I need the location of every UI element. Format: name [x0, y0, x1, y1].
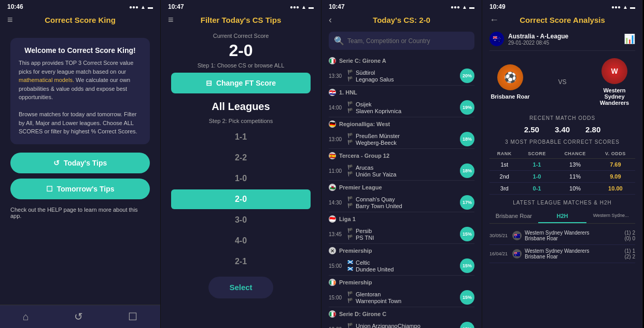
refresh-nav-icon[interactable]: ↺ — [74, 310, 83, 323]
today-tips-label: Today's Tips — [64, 159, 107, 167]
col-score: SCORE — [520, 149, 555, 159]
league-header-7: 🇮🇪 Premiership — [329, 276, 474, 288]
h2h-team-0b: Brisbane Roar — [525, 236, 558, 241]
brisbane-logo: ⚽ — [497, 64, 523, 90]
stats-chart-icon[interactable]: 📊 — [624, 33, 635, 45]
team-name-6a: Celtic — [356, 259, 370, 266]
league-name-1: 1. HNL — [339, 89, 357, 95]
match-time-0: 13:30 — [329, 73, 347, 79]
team-name-5a: Persib — [356, 228, 372, 234]
tab-western[interactable]: Western Sydne... — [586, 210, 635, 223]
score-item-0[interactable]: 1-1 — [171, 127, 311, 147]
vodds-2: 9.09 — [596, 171, 635, 183]
league-flag-6: ✕ — [329, 247, 336, 254]
screen-1: 10:46 ●●● ▲ ▬ ≡ Correct Score King Welco… — [0, 0, 161, 328]
hamburger-icon-2[interactable]: ≡ — [168, 15, 174, 25]
match-time-8: 13:30 — [329, 326, 347, 329]
status-icons-2: ●●● ▲ ▬ — [290, 4, 314, 10]
team1-name: Brisbane Roar — [491, 93, 529, 100]
wifi-icon-3: ▲ — [462, 4, 467, 10]
western-logo-icon: W — [611, 67, 618, 75]
league-name-4: Premier League — [339, 184, 382, 190]
match-pct-0: 20% — [460, 69, 474, 83]
select-button[interactable]: Select — [208, 277, 273, 298]
back-icon-3[interactable]: ‹ — [329, 15, 332, 25]
match-row-8[interactable]: 13:30 🏴Union ArzignanoChiampo 🏴Ambrosian… — [329, 320, 474, 328]
vodds-1: 7.69 — [596, 159, 635, 171]
col-rank: RANK — [489, 149, 520, 159]
score-item-4[interactable]: 3-0 — [171, 210, 311, 230]
match-row-6[interactable]: 15:00 🏴󠁧󠁢󠁳󠁣󠁴󠁿Celtic 🏴󠁧󠁢󠁳󠁣󠁴󠁿Dundee United… — [329, 256, 474, 276]
home-nav-icon[interactable]: ⌂ — [23, 311, 29, 323]
match-teams-8: 🏴Union ArzignanoChiampo 🏴Ambrosiana — [347, 323, 460, 329]
screen4-content: 🇦🇺 Australia - A-League 29-01-2022 08:45… — [482, 28, 642, 328]
h2h-date-0: 30/05/21 — [489, 233, 509, 238]
signal-icon-2: ●●● — [290, 4, 299, 10]
match-pct-4: 17% — [460, 195, 474, 210]
h2h-score-1b: (2) 2 — [624, 254, 635, 259]
welcome-text-part3: Browse matches for today and tomorrow. F… — [19, 111, 137, 134]
search-input[interactable] — [347, 37, 469, 45]
wifi-icon: ▲ — [141, 4, 146, 10]
team-name-4b: Barry Town United — [356, 203, 402, 209]
calendar-nav-icon[interactable]: ☐ — [128, 310, 137, 323]
current-score-label: Current Correct Score — [213, 33, 269, 39]
tab-brisbane[interactable]: Brisbane Roar — [489, 210, 538, 223]
score-item-1[interactable]: 2-2 — [171, 148, 311, 168]
australia-flag: 🇦🇺 — [489, 32, 504, 46]
team-flag-0b: 🏴 — [347, 76, 354, 83]
match-time-2: 13:00 — [329, 136, 347, 142]
h2h-tabs: Brisbane Roar H2H Western Sydne... — [489, 210, 635, 224]
h2h-score-0b: (0) 0 — [624, 236, 635, 241]
step2-label: Step 2: Pick competitions — [209, 118, 273, 124]
match-time-5: 13:45 — [329, 231, 347, 237]
welcome-box: Welcome to Correct Score King! This app … — [10, 38, 150, 144]
signal-icon-4: ●●● — [611, 4, 621, 10]
score-item-2[interactable]: 1-0 — [171, 169, 311, 188]
search-bar[interactable]: 🔍 — [329, 32, 474, 50]
status-bar-2: 10:47 ●●● ▲ ▬ — [161, 0, 321, 12]
change-score-button[interactable]: ⊟ Change FT Score — [171, 73, 311, 93]
current-score-value: 2-0 — [229, 41, 253, 60]
status-time-1: 10:46 — [7, 3, 23, 10]
match-row-4[interactable]: 14:30 🏴Connah's Quay 🏴Barry Town United … — [329, 193, 474, 212]
brisbane-logo-icon: ⚽ — [504, 71, 517, 84]
score-item-6[interactable]: 2-1 — [171, 252, 311, 271]
league-header-1: 🇭🇷 1. HNL — [329, 86, 474, 98]
team-name-5b: PS TNI — [356, 235, 374, 241]
hamburger-icon[interactable]: ≡ — [7, 15, 13, 25]
team-name-1a: Osijek — [356, 101, 372, 107]
match-row-5[interactable]: 13:45 🏴Persib 🏴PS TNI 15% — [329, 225, 474, 244]
today-tips-button[interactable]: ↺ Today's Tips — [10, 153, 150, 173]
match-time-3: 11:00 — [329, 168, 347, 174]
team-name-3b: Unión Sur Yaiza — [356, 171, 396, 177]
score-2: 1-0 — [520, 171, 555, 183]
score-item-3[interactable]: 2-0 — [171, 189, 311, 209]
league-flag-5: 🇮🇩 — [329, 215, 336, 223]
match-row-7[interactable]: 15:00 🏴Glentoran 🏴Warrenpoint Town 15% — [329, 288, 474, 307]
tab-h2h[interactable]: H2H — [538, 210, 587, 223]
h2h-team-1b: Brisbane Roar — [525, 254, 558, 259]
team-flag-2b: 🏴 — [347, 140, 354, 146]
wifi-icon-2: ▲ — [301, 4, 306, 10]
league-name-s4: Australia - A-League — [508, 33, 620, 40]
rank-3: 3rd — [489, 183, 520, 195]
league-header-2: 🇩🇪 Regionalliga: West — [329, 117, 474, 130]
team-flag-2a: 🏴 — [347, 133, 354, 139]
match-pct-5: 15% — [460, 227, 474, 241]
match-row-1[interactable]: 14:00 🏴Osijek 🏴Slaven Koprivnica 19% — [329, 98, 474, 117]
league-name-6: Premiership — [339, 248, 372, 254]
table-row-2: 2nd 1-0 11% 9.09 — [489, 171, 635, 183]
tomorrow-tips-button[interactable]: ☐ Tomorrow's Tips — [10, 179, 150, 199]
match-row-3[interactable]: 11:00 🏴Arucas 🏴Unión Sur Yaiza 18% — [329, 161, 474, 181]
screen-2: 10:47 ●●● ▲ ▬ ≡ Filter Today's CS Tips C… — [161, 0, 321, 328]
search-icon: 🔍 — [334, 36, 344, 46]
score-item-5[interactable]: 4-0 — [171, 231, 311, 251]
back-icon-4[interactable]: ← — [489, 15, 499, 25]
team-flag-6a: 🏴󠁧󠁢󠁳󠁣󠁴󠁿 — [347, 259, 354, 266]
match-row-2[interactable]: 13:00 🏴Preußen Münster 🏴Wegberg-Beeck 18… — [329, 130, 474, 149]
match-row-0[interactable]: 13:30 🏴Südtirol 🏴Legnago Salus 20% — [329, 66, 474, 86]
match-time-6: 15:00 — [329, 263, 347, 269]
scores-list: 1-1 2-2 1-0 2-0 3-0 4-0 2-1 — [171, 127, 311, 271]
league-flag-8: 🇮🇹 — [329, 310, 336, 318]
